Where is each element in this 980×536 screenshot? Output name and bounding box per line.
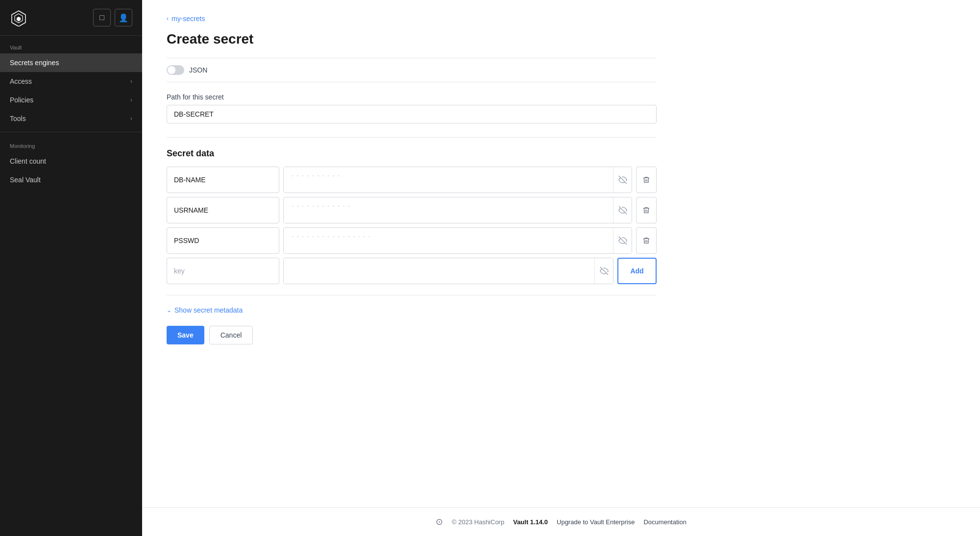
value-input-3[interactable] (284, 228, 613, 253)
policies-label: Policies (10, 96, 33, 104)
sidebar-item-secrets-engines[interactable]: Secrets engines (0, 53, 142, 72)
footer-version: Vault 1.14.0 (513, 518, 548, 526)
secrets-engines-label: Secrets engines (10, 59, 59, 67)
seal-vault-label: Seal Vault (10, 176, 41, 184)
terminal-button[interactable]: □ (93, 9, 111, 26)
add-button[interactable]: Add (617, 258, 657, 284)
policies-chevron-icon: › (130, 97, 132, 103)
user-button[interactable]: 👤 (115, 9, 132, 26)
secret-data-rows: Add (167, 167, 657, 284)
hashicorp-icon: ⊙ (436, 516, 443, 527)
delete-button-1[interactable] (636, 167, 657, 193)
sidebar-item-tools[interactable]: Tools › (0, 109, 142, 128)
json-toggle[interactable] (167, 65, 184, 75)
cancel-button[interactable]: Cancel (209, 326, 253, 344)
new-value-input[interactable] (284, 258, 594, 284)
vault-logo (10, 9, 27, 26)
access-chevron-icon: › (130, 78, 132, 85)
action-row: Save Cancel (167, 326, 657, 344)
table-row (167, 197, 657, 223)
value-input-2[interactable] (284, 197, 613, 223)
monitoring-label: Monitoring (0, 136, 142, 152)
main-content: ‹ my-secrets Create secret JSON Path for… (142, 0, 681, 507)
sidebar-item-seal-vault[interactable]: Seal Vault (0, 171, 142, 189)
sidebar-header-icons: □ 👤 (93, 9, 132, 26)
toggle-visibility-button-new[interactable] (594, 258, 613, 284)
sidebar-item-client-count[interactable]: Client count (0, 152, 142, 171)
table-row (167, 167, 657, 193)
footer: ⊙ © 2023 HashiCorp Vault 1.14.0 Upgrade … (142, 507, 980, 536)
sidebar-item-access[interactable]: Access › (0, 72, 142, 91)
footer-upgrade-link[interactable]: Upgrade to Vault Enterprise (557, 518, 635, 526)
access-label: Access (10, 77, 32, 85)
main-area: ‹ my-secrets Create secret JSON Path for… (142, 0, 980, 536)
toggle-visibility-button-3[interactable] (613, 228, 632, 253)
metadata-chevron-icon: ⌄ (167, 307, 172, 314)
json-toggle-label: JSON (189, 66, 207, 74)
section-divider (167, 137, 657, 138)
breadcrumb[interactable]: ‹ my-secrets (167, 15, 657, 23)
value-wrapper-2 (283, 197, 632, 223)
delete-button-2[interactable] (636, 197, 657, 223)
save-button[interactable]: Save (167, 326, 204, 344)
table-row (167, 227, 657, 254)
json-toggle-row: JSON (167, 58, 657, 82)
sidebar-item-policies[interactable]: Policies › (0, 91, 142, 109)
sidebar: □ 👤 Vault Secrets engines Access › Polic… (0, 0, 142, 536)
secret-data-section: Secret data (167, 148, 657, 284)
key-input-3[interactable] (167, 227, 279, 254)
key-input-1[interactable] (167, 167, 279, 193)
sidebar-header: □ 👤 (0, 0, 142, 36)
path-input[interactable] (167, 105, 657, 123)
value-input-1[interactable] (284, 167, 613, 193)
show-metadata-label: Show secret metadata (174, 306, 243, 314)
metadata-divider (167, 295, 657, 295)
value-wrapper-3 (283, 227, 632, 254)
breadcrumb-chevron-icon: ‹ (167, 15, 169, 22)
client-count-label: Client count (10, 157, 46, 165)
footer-docs-link[interactable]: Documentation (643, 518, 686, 526)
secret-data-title: Secret data (167, 148, 657, 159)
delete-button-3[interactable] (636, 227, 657, 254)
page-title: Create secret (167, 31, 657, 47)
key-input-2[interactable] (167, 197, 279, 223)
tools-chevron-icon: › (130, 115, 132, 122)
value-wrapper-1 (283, 167, 632, 193)
table-row-new: Add (167, 258, 657, 284)
path-section: Path for this secret (167, 93, 657, 126)
toggle-visibility-button-1[interactable] (613, 167, 632, 193)
footer-copyright: © 2023 HashiCorp (452, 518, 504, 526)
toggle-visibility-button-2[interactable] (613, 197, 632, 223)
value-wrapper-new (283, 258, 613, 284)
show-metadata-toggle[interactable]: ⌄ Show secret metadata (167, 306, 657, 314)
new-key-input[interactable] (167, 258, 279, 284)
vault-section-label: Vault (0, 36, 142, 53)
path-label: Path for this secret (167, 93, 657, 101)
breadcrumb-text: my-secrets (172, 15, 205, 23)
tools-label: Tools (10, 115, 26, 122)
sidebar-divider (0, 132, 142, 132)
